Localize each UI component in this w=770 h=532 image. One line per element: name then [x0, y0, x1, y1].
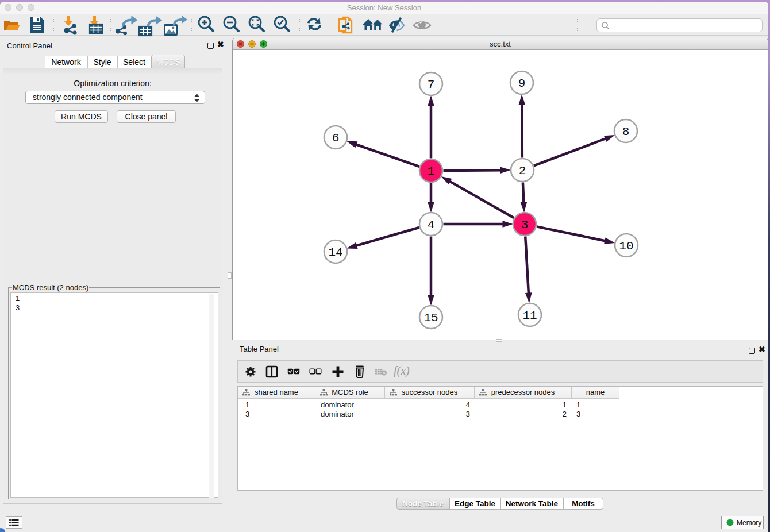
svg-text:3: 3	[521, 218, 529, 232]
svg-text:7: 7	[428, 78, 435, 91]
svg-text:15: 15	[424, 311, 438, 325]
svg-text:4: 4	[428, 218, 435, 232]
svg-text:1: 1	[428, 165, 435, 178]
svg-text:14: 14	[328, 246, 342, 259]
svg-text:2: 2	[519, 164, 526, 178]
svg-text:11: 11	[522, 309, 537, 322]
svg-text:9: 9	[518, 77, 526, 90]
svg-text:10: 10	[619, 240, 633, 253]
svg-text:8: 8	[622, 125, 630, 138]
svg-text:6: 6	[332, 132, 340, 145]
svg-text:f(x): f(x)	[394, 365, 410, 377]
